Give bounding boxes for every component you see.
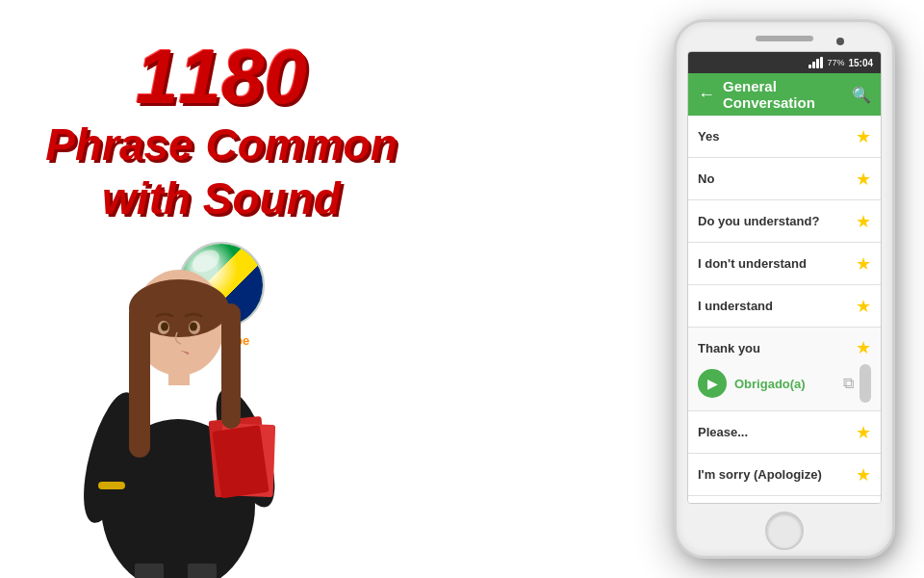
svg-point-15 [156,350,191,373]
svg-rect-18 [188,564,217,578]
star-icon[interactable]: ★ [856,422,871,443]
play-button[interactable]: ▶ [698,369,727,398]
phrase-item-please[interactable]: Please... ★ [688,411,881,454]
back-button[interactable]: ← [698,85,715,105]
svg-rect-9 [129,303,150,458]
translation-text: Obrigado(a) [734,377,843,391]
phrase-item-say-again[interactable]: Please say that again ★ [688,496,881,504]
app-header: ← General Conversation 🔍 [688,73,881,116]
star-icon[interactable]: ★ [856,126,871,147]
phrase-item-understand-q[interactable]: Do you understand? ★ [688,200,881,243]
svg-point-13 [161,323,168,331]
phrase-text: No [698,171,714,186]
app-title: General Conversation [723,78,844,111]
star-icon[interactable]: ★ [856,337,871,358]
battery-status: 77% [827,58,844,67]
star-icon[interactable]: ★ [856,464,871,486]
svg-rect-17 [135,564,164,578]
phrase-item-yes[interactable]: Yes ★ [688,116,881,158]
svg-point-14 [190,323,197,331]
phrase-item-top: Thank you ★ [698,337,871,358]
phrase-text: Thank you [698,341,760,355]
svg-rect-10 [221,303,241,429]
phone-device: 77% 15:04 ← General Conversation 🔍 Yes ★… [674,19,895,559]
number-title: 1180 [136,39,307,116]
status-bar: 77% 15:04 [688,52,881,73]
phrase-item-understand[interactable]: I understand ★ [688,285,881,328]
copy-icon[interactable]: ⧉ [843,375,854,392]
phrase-text: I understand [698,299,773,313]
phone-camera [836,38,844,45]
star-icon[interactable]: ★ [856,253,871,275]
svg-rect-5 [212,425,269,498]
phrase-text: Do you understand? [698,214,819,228]
audio-row: ▶ Obrigado(a) ⧉ [698,364,871,403]
phrase-item-dont-understand[interactable]: I don't understand ★ [688,243,881,285]
girl-illustration [19,140,346,578]
phrase-item-no[interactable]: No ★ [688,158,881,200]
svg-rect-16 [98,482,125,489]
phrase-text: I'm sorry (Apologize) [698,467,822,482]
phrase-item-thank-you[interactable]: Thank you ★ ▶ Obrigado(a) ⧉ [688,328,881,411]
star-icon[interactable]: ★ [856,211,871,232]
phone-speaker [756,36,813,41]
phrase-text: I don't understand [698,256,807,271]
phone-section: 77% 15:04 ← General Conversation 🔍 Yes ★… [674,19,895,559]
phrase-list: Yes ★ No ★ Do you understand? ★ I don't … [688,116,881,504]
search-icon[interactable]: 🔍 [852,86,871,104]
phrase-text: Please... [698,425,748,439]
signal-icon [808,57,823,68]
star-icon[interactable]: ★ [856,296,871,317]
phrase-item-sorry[interactable]: I'm sorry (Apologize) ★ [688,454,881,496]
time-display: 15:04 [848,58,873,68]
phone-screen: 77% 15:04 ← General Conversation 🔍 Yes ★… [687,51,882,504]
phone-home-button[interactable] [765,512,804,550]
star-icon[interactable]: ★ [856,169,871,190]
phrase-text: Yes [698,129,719,144]
mic-slider [860,364,871,403]
